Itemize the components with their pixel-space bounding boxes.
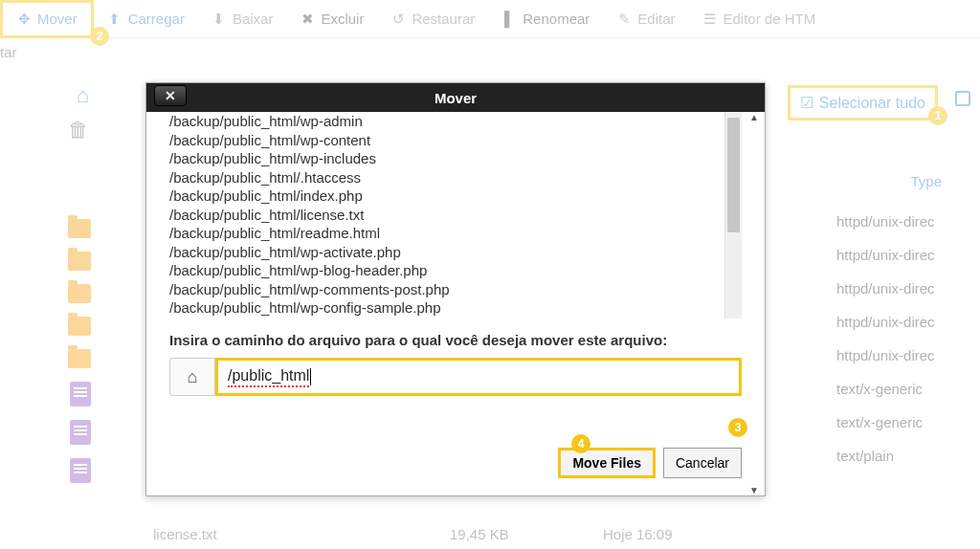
- folder-list: [0, 219, 100, 483]
- button-row: 4 Move Files Cancelar: [169, 448, 742, 478]
- close-icon: ✕: [165, 88, 176, 103]
- restore-icon: ↺: [390, 11, 406, 28]
- folder-icon[interactable]: [68, 317, 91, 336]
- home-icon: ⌂: [188, 367, 198, 387]
- badge-2: 2: [90, 27, 109, 46]
- folder-icon[interactable]: [68, 284, 91, 303]
- restaurar-button[interactable]: ↺ Restaurar: [377, 0, 488, 38]
- select-all-label: Selecionar tudo: [819, 95, 925, 112]
- type-cell: httpd/unix-direc: [836, 213, 980, 230]
- folder-icon[interactable]: [68, 349, 91, 368]
- type-cell: text/x-generic: [836, 414, 980, 430]
- scrollbar-track[interactable]: [724, 112, 742, 318]
- type-cell: httpd/unix-direc: [836, 347, 980, 363]
- scroll-up-icon[interactable]: ▲: [746, 112, 763, 122]
- scrollbar-thumb[interactable]: [727, 118, 740, 232]
- move-files-button[interactable]: Move Files: [558, 448, 656, 478]
- editar-button[interactable]: ✎ Editar: [603, 0, 688, 38]
- toolbar: ✥ Mover ⬆ Carregar ⬇ Baixar ✖ Excluir ↺ …: [0, 0, 980, 38]
- doc-icon[interactable]: [70, 420, 91, 445]
- select-all-button[interactable]: ☑ Selecionar tudo: [788, 85, 938, 121]
- delete-icon: ✖: [300, 11, 315, 28]
- download-icon: ⬇: [212, 11, 227, 28]
- html-editor-icon: ☰: [702, 11, 718, 28]
- left-icons: ⌂ 🗑: [0, 83, 100, 143]
- upload-icon: ⬆: [107, 11, 122, 28]
- editar-label: Editar: [637, 11, 675, 27]
- renomear-label: Renomear: [523, 11, 590, 27]
- file-list-item: /backup/public_html/.htaccess: [169, 168, 724, 187]
- badge-3: 3: [728, 418, 747, 437]
- modal-prompt: Insira o caminho do arquivo para o qual …: [169, 332, 742, 348]
- outer-scrollbar[interactable]: ▲ ▼: [746, 112, 763, 495]
- modal-close-button[interactable]: ✕: [154, 85, 187, 106]
- path-row: ⌂ /public_html: [169, 358, 742, 396]
- trash-icon[interactable]: 🗑: [68, 118, 89, 143]
- home-icon[interactable]: ⌂: [77, 83, 89, 108]
- mover-button[interactable]: ✥ Mover: [0, 0, 94, 38]
- move-icon: ✥: [16, 11, 32, 28]
- file-list-item: /backup/public_html/wp-activate.php: [169, 243, 724, 262]
- file-list-item: /backup/public_html/wp-includes: [169, 149, 724, 168]
- file-list-item: /backup/public_html/license.txt: [169, 206, 724, 225]
- file-list-item: /backup/public_html/wp-content: [169, 131, 724, 150]
- type-header[interactable]: Type: [910, 173, 942, 189]
- badge-4: 4: [571, 434, 590, 453]
- mover-modal: ✕ Mover /backup/public_html/wp-admin/bac…: [145, 82, 766, 496]
- edit-icon: ✎: [616, 11, 632, 28]
- file-listbox: /backup/public_html/wp-admin/backup/publ…: [169, 112, 742, 318]
- baixar-button[interactable]: ⬇ Baixar: [198, 0, 287, 38]
- carregar-button[interactable]: ⬆ Carregar: [94, 0, 198, 38]
- file-size: 19,45 KB: [450, 526, 603, 542]
- mover-label: Mover: [37, 11, 78, 27]
- doc-icon[interactable]: [70, 458, 91, 483]
- rename-icon: ▌: [501, 11, 517, 27]
- subbar-text: tar: [0, 38, 980, 70]
- doc-icon[interactable]: [70, 382, 91, 406]
- left-column: ⌂ 🗑: [0, 70, 100, 549]
- file-list-item: /backup/public_html/wp-admin: [169, 112, 724, 131]
- baixar-label: Baixar: [233, 11, 274, 27]
- file-list-inner: /backup/public_html/wp-admin/backup/publ…: [169, 112, 724, 318]
- editor-html-label: Editor de HTM: [724, 11, 816, 27]
- type-cell: httpd/unix-direc: [836, 280, 980, 296]
- folder-icon[interactable]: [68, 219, 91, 238]
- file-list-item: /backup/public_html/wp-config.php: [169, 318, 724, 319]
- path-value: /public_html: [228, 367, 309, 387]
- checkbox-checked-icon: ☑: [800, 94, 813, 112]
- text-cursor: [310, 368, 311, 385]
- modal-titlebar: ✕ Mover: [146, 83, 765, 112]
- file-list-item: /backup/public_html/wp-config-sample.php: [169, 298, 724, 318]
- folder-icon[interactable]: [68, 252, 91, 271]
- badge-1: 1: [928, 106, 947, 125]
- cancel-button[interactable]: Cancelar: [663, 448, 742, 478]
- file-list-item: /backup/public_html/index.php: [169, 187, 724, 206]
- file-name: license.txt: [153, 526, 450, 542]
- checkbox-empty[interactable]: [955, 91, 970, 106]
- file-date: Hoje 16:09: [603, 526, 775, 542]
- editor-html-button[interactable]: ☰ Editor de HTM: [689, 0, 830, 38]
- renomear-button[interactable]: ▌ Renomear: [488, 0, 603, 38]
- scroll-down-icon[interactable]: ▼: [746, 485, 763, 495]
- file-list-item: /backup/public_html/readme.html: [169, 224, 724, 243]
- path-home-button[interactable]: ⌂: [169, 358, 215, 396]
- type-cell: httpd/unix-direc: [836, 247, 980, 263]
- file-list-item: /backup/public_html/wp-comments-post.php: [169, 280, 724, 299]
- excluir-button[interactable]: ✖ Excluir: [286, 0, 377, 38]
- modal-body: /backup/public_html/wp-admin/backup/publ…: [146, 112, 765, 495]
- type-cell: httpd/unix-direc: [836, 314, 980, 330]
- file-list-item: /backup/public_html/wp-blog-header.php: [169, 261, 724, 280]
- excluir-label: Excluir: [321, 11, 364, 27]
- modal-title-text: Mover: [434, 90, 477, 106]
- carregar-label: Carregar: [128, 11, 185, 27]
- type-list: httpd/unix-direc httpd/unix-direc httpd/…: [836, 213, 980, 464]
- type-cell: text/plain: [836, 448, 980, 464]
- path-input[interactable]: /public_html: [215, 358, 742, 396]
- type-cell: text/x-generic: [836, 381, 980, 397]
- bottom-row: license.txt 19,45 KB Hoje 16:09: [153, 526, 980, 542]
- restaurar-label: Restaurar: [412, 11, 475, 27]
